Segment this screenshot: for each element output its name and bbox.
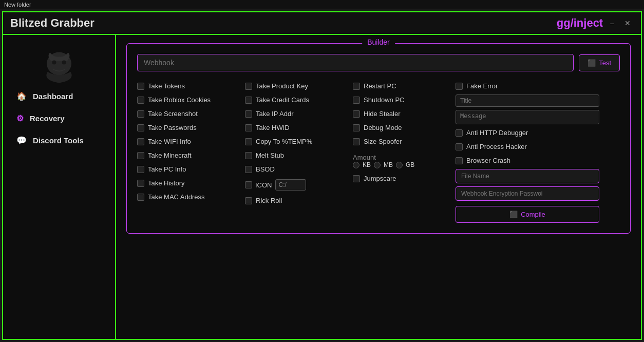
app-logo <box>39 45 80 86</box>
take-wifi-info-cb[interactable] <box>137 138 144 145</box>
take-roblox-cookies-row: Take Roblox Cookies <box>137 94 245 105</box>
melt-stub-label: Melt Stub <box>256 151 284 159</box>
copy-to-temp-label: Copy To %TEMP% <box>256 138 312 145</box>
fake-error-label: Fake Error <box>466 82 498 90</box>
file-name-input[interactable] <box>456 169 599 183</box>
take-roblox-cookies-cb[interactable] <box>137 97 144 104</box>
test-icon: ⬛ <box>588 59 596 67</box>
jumpscare-row: Jumpscare <box>353 173 456 184</box>
content-area: Builder ⬛ Test Take Tokens <box>116 35 641 339</box>
take-screenshot-row: Take Screenshot <box>137 108 245 119</box>
sidebar-nav: 🏠 Dashboard ⚙ Recovery 💬 Discord Tools <box>3 86 115 150</box>
take-ip-addr-cb[interactable] <box>245 110 252 118</box>
compile-icon: ⬛ <box>509 211 518 218</box>
sidebar: 🏠 Dashboard ⚙ Recovery 💬 Discord Tools <box>3 35 116 339</box>
take-minecraft-row: Take Minecraft <box>137 150 245 161</box>
test-button[interactable]: ⬛ Test <box>579 54 620 71</box>
fake-error-row: Fake Error <box>456 81 599 91</box>
webhook-encryption-input[interactable] <box>456 186 599 201</box>
size-radio-row: KB MB GB <box>353 161 456 168</box>
kb-radio[interactable] <box>353 162 359 168</box>
size-spoofer-cb[interactable] <box>353 138 360 145</box>
icon-cb[interactable] <box>245 181 252 188</box>
take-history-row: Take History <box>137 178 245 188</box>
webhook-input[interactable] <box>137 54 574 71</box>
sidebar-item-recovery[interactable]: ⚙ Recovery <box>8 108 110 128</box>
take-minecraft-cb[interactable] <box>137 152 144 159</box>
rick-roll-cb[interactable] <box>245 197 252 204</box>
anti-http-debugger-label: Anti HTTP Debugger <box>466 129 528 137</box>
take-wifi-info-row: Take WIFI Info <box>137 136 245 147</box>
shutdown-pc-row: Shutdown PC <box>353 94 456 105</box>
take-credit-cards-cb[interactable] <box>245 97 252 104</box>
take-minecraft-label: Take Minecraft <box>148 151 192 159</box>
take-passwords-row: Take Passwords <box>137 122 245 133</box>
jumpscare-label: Jumpscare <box>364 175 396 182</box>
copy-to-temp-row: Copy To %TEMP% <box>245 136 353 147</box>
take-passwords-label: Take Passwords <box>148 124 197 131</box>
take-pc-info-label: Take PC Info <box>148 165 186 173</box>
amount-label: Amount <box>353 154 456 161</box>
take-hwid-cb[interactable] <box>245 124 252 131</box>
compile-button[interactable]: ⬛ Compile <box>456 206 599 223</box>
discord-icon: 💬 <box>16 136 27 145</box>
take-history-label: Take History <box>148 179 185 187</box>
browser-crash-label: Browser Crash <box>466 157 510 164</box>
fake-error-message-area[interactable] <box>456 110 599 124</box>
melt-stub-cb[interactable] <box>245 152 252 159</box>
hide-stealer-label: Hide Stealer <box>364 110 401 118</box>
take-screenshot-label: Take Screenshot <box>148 110 198 118</box>
mb-radio[interactable] <box>374 162 381 168</box>
take-mac-address-label: Take MAC Address <box>148 193 205 201</box>
shutdown-pc-cb[interactable] <box>353 97 360 104</box>
take-wifi-info-label: Take WIFI Info <box>148 138 191 145</box>
col4: Fake Error Anti HTTP Debugger Anti Proce… <box>456 81 599 223</box>
fake-error-title-input[interactable] <box>456 94 599 107</box>
hide-stealer-cb[interactable] <box>353 110 360 118</box>
svg-point-2 <box>62 61 66 65</box>
minimize-button[interactable]: – <box>607 18 617 28</box>
take-tokens-row: Take Tokens <box>137 81 245 91</box>
take-ip-addr-label: Take IP Addr <box>256 110 293 118</box>
bsod-cb[interactable] <box>245 166 252 173</box>
size-spoofer-row: Size Spoofer <box>353 136 456 147</box>
take-mac-address-cb[interactable] <box>137 194 144 201</box>
bsod-row: BSOD <box>245 164 353 175</box>
anti-process-hacker-label: Anti Process Hacker <box>466 143 527 150</box>
browser-crash-row: Browser Crash <box>456 155 599 166</box>
take-passwords-cb[interactable] <box>137 124 144 131</box>
window-controls: gg/inject – ✕ <box>557 16 634 30</box>
anti-process-hacker-row: Anti Process Hacker <box>456 141 599 152</box>
take-pc-info-cb[interactable] <box>137 166 144 173</box>
take-tokens-cb[interactable] <box>137 83 144 90</box>
debug-mode-row: Debug Mode <box>353 122 456 133</box>
take-screenshot-cb[interactable] <box>137 110 144 118</box>
sidebar-item-discord-tools[interactable]: 💬 Discord Tools <box>8 130 110 150</box>
browser-crash-cb[interactable] <box>456 157 463 164</box>
restart-pc-cb[interactable] <box>353 83 360 90</box>
bsod-label: BSOD <box>256 165 275 173</box>
shutdown-pc-label: Shutdown PC <box>364 96 405 104</box>
sidebar-item-dashboard[interactable]: 🏠 Dashboard <box>8 86 110 106</box>
test-label: Test <box>599 59 611 67</box>
copy-to-temp-cb[interactable] <box>245 138 252 145</box>
close-button[interactable]: ✕ <box>621 18 634 28</box>
rick-roll-label: Rick Roll <box>256 197 282 204</box>
anti-process-hacker-cb[interactable] <box>456 143 463 150</box>
builder-panel: Builder ⬛ Test Take Tokens <box>126 43 631 234</box>
take-product-key-cb[interactable] <box>245 83 252 90</box>
app-title: Blitzed Grabber <box>10 16 94 30</box>
brand-label: gg/inject <box>557 16 603 30</box>
jumpscare-cb[interactable] <box>353 175 360 182</box>
anti-http-debugger-cb[interactable] <box>456 129 463 137</box>
gb-label: GB <box>406 161 414 168</box>
rick-roll-row: Rick Roll <box>245 195 353 206</box>
take-credit-cards-row: Take Credit Cards <box>245 94 353 105</box>
melt-stub-row: Melt Stub <box>245 150 353 161</box>
icon-path-input[interactable] <box>275 179 306 191</box>
window-body: 🏠 Dashboard ⚙ Recovery 💬 Discord Tools B… <box>3 35 641 339</box>
take-history-cb[interactable] <box>137 180 144 187</box>
gb-radio[interactable] <box>396 162 403 168</box>
debug-mode-cb[interactable] <box>353 124 360 131</box>
fake-error-cb[interactable] <box>456 83 463 90</box>
